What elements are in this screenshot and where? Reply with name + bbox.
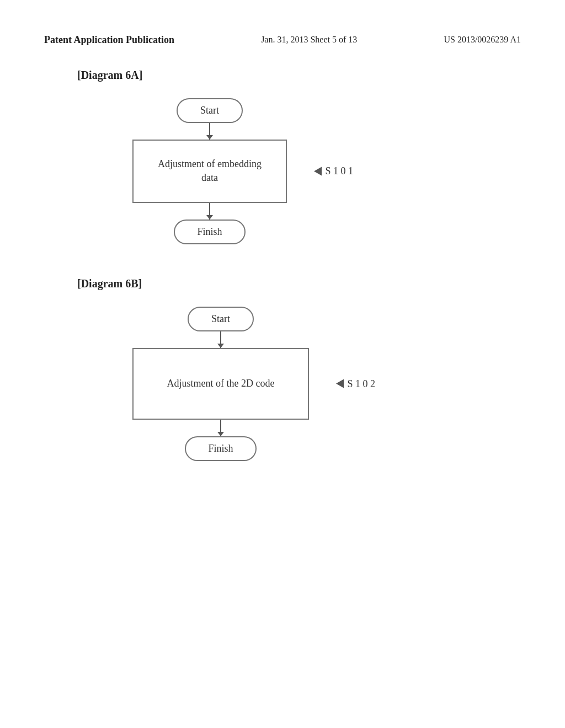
connector-6b-1	[220, 331, 221, 348]
process-box-6b: Adjustment of the 2D code	[132, 348, 309, 420]
start-box-6b: Start	[188, 307, 254, 331]
process-text-6b: Adjustment of the 2D code	[167, 377, 275, 390]
publication-number: US 2013/0026239 A1	[444, 33, 521, 46]
flowchart-6b-inner: Start Adjustment of the 2D code S 1 0 2 …	[132, 307, 309, 461]
process-wrapper-6a: Adjustment of embeddingdata S 1 0 1	[132, 140, 287, 202]
page-container: Patent Application Publication Jan. 31, …	[0, 0, 565, 728]
publication-title: Patent Application Publication	[44, 33, 174, 47]
step-label-6b: S 1 0 2	[347, 378, 375, 389]
finish-box-6a: Finish	[174, 220, 245, 244]
connector-6a-1	[209, 123, 210, 140]
page-header: Patent Application Publication Jan. 31, …	[44, 33, 521, 47]
connector-6b-2	[220, 420, 221, 436]
step-label-6a: S 1 0 1	[325, 165, 353, 177]
connector-6a-2	[209, 203, 210, 220]
process-box-6a: Adjustment of embeddingdata	[132, 140, 287, 202]
process-text-6a: Adjustment of embeddingdata	[158, 157, 262, 185]
diagram-6b-label: [Diagram 6B]	[77, 277, 521, 290]
diagram-6a-section: [Diagram 6A] Start Adjustment of embeddi…	[44, 69, 521, 244]
process-wrapper-6b: Adjustment of the 2D code S 1 0 2	[132, 348, 309, 420]
flowchart-6a-inner: Start Adjustment of embeddingdata S 1 0 …	[132, 98, 287, 244]
diagram-6a-label: [Diagram 6A]	[77, 69, 521, 82]
publication-date-sheet: Jan. 31, 2013 Sheet 5 of 13	[261, 33, 357, 46]
diagram-6b-section: [Diagram 6B] Start Adjustment of the 2D …	[44, 277, 521, 461]
start-box-6a: Start	[177, 98, 243, 123]
diagram-6a-flowchart: Start Adjustment of embeddingdata S 1 0 …	[132, 98, 521, 244]
diagram-6b-flowchart: Start Adjustment of the 2D code S 1 0 2 …	[132, 307, 521, 461]
finish-box-6b: Finish	[185, 436, 256, 461]
